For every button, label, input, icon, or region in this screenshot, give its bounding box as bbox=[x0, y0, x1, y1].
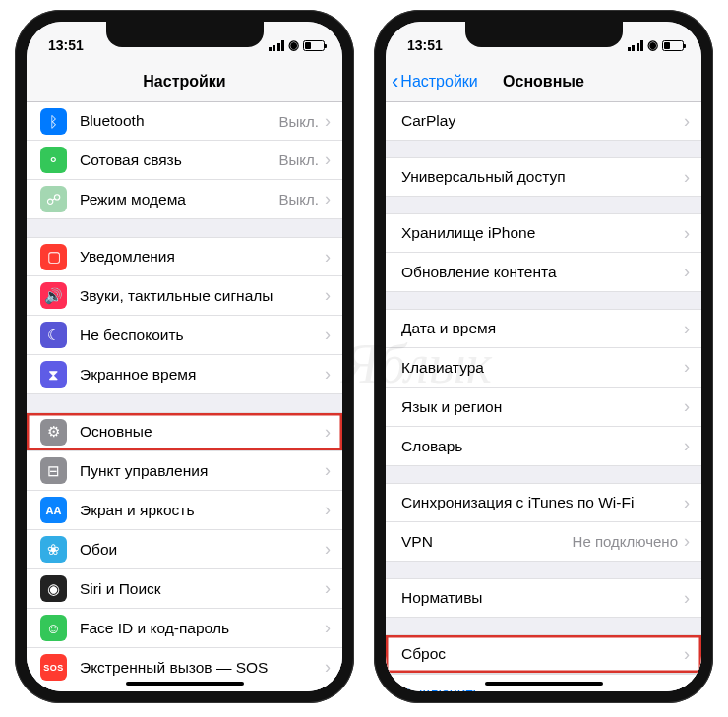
row-value: Выкл. bbox=[279, 113, 319, 130]
chevron-right-icon: › bbox=[325, 500, 331, 520]
display-icon: AA bbox=[40, 497, 67, 523]
phone-left: 13:51 ◉ Настройки ᛒBluetoothВыкл.›⚬Сотов… bbox=[15, 10, 354, 703]
row-label: Хранилище iPhone bbox=[401, 224, 684, 242]
status-time: 13:51 bbox=[407, 37, 443, 53]
settings-row[interactable]: CarPlay› bbox=[386, 102, 701, 141]
chevron-right-icon: › bbox=[325, 189, 331, 209]
chevron-right-icon: › bbox=[684, 493, 690, 513]
row-label: Нормативы bbox=[401, 589, 684, 607]
wifi-icon: ◉ bbox=[288, 38, 299, 51]
chevron-right-icon: › bbox=[325, 111, 331, 132]
siri-icon: ◉ bbox=[40, 575, 67, 602]
row-value: Не подключено bbox=[573, 533, 678, 550]
status-time: 13:51 bbox=[48, 37, 84, 53]
settings-list[interactable]: ᛒBluetoothВыкл.›⚬Сотовая связьВыкл.›☍Реж… bbox=[27, 102, 342, 691]
chevron-right-icon: › bbox=[684, 167, 690, 188]
chevron-right-icon: › bbox=[325, 422, 331, 443]
chevron-right-icon: › bbox=[684, 111, 690, 132]
home-indicator[interactable] bbox=[126, 682, 244, 687]
row-label: Обновление контента bbox=[401, 264, 684, 281]
chevron-right-icon: › bbox=[325, 325, 331, 345]
chevron-right-icon: › bbox=[325, 539, 331, 560]
signal-icon bbox=[269, 40, 285, 51]
settings-row[interactable]: ⊟Пункт управления› bbox=[27, 451, 342, 491]
settings-row[interactable]: ⚬Сотовая связьВыкл.› bbox=[27, 141, 342, 180]
navbar: ‹ Настройки Основные bbox=[386, 61, 701, 102]
chevron-right-icon: › bbox=[325, 657, 331, 678]
chevron-right-icon: › bbox=[684, 531, 690, 552]
row-label: Не беспокоить bbox=[80, 327, 325, 344]
navbar-title: Основные bbox=[503, 73, 584, 90]
chevron-right-icon: › bbox=[684, 436, 690, 456]
settings-row[interactable]: Словарь› bbox=[386, 427, 701, 466]
settings-row[interactable]: ⚙Основные› bbox=[27, 412, 342, 451]
settings-row[interactable]: ◉Siri и Поиск› bbox=[27, 569, 342, 609]
battery-icon bbox=[662, 40, 684, 51]
settings-row[interactable]: ▢Уведомления› bbox=[27, 237, 342, 276]
chevron-right-icon: › bbox=[325, 618, 331, 638]
settings-row[interactable]: ▮Аккумулятор› bbox=[27, 687, 342, 691]
settings-row[interactable]: ☺Face ID и код-пароль› bbox=[27, 609, 342, 648]
notifications-icon: ▢ bbox=[40, 244, 67, 270]
notch bbox=[106, 22, 264, 47]
row-label: Универсальный доступ bbox=[401, 168, 684, 186]
settings-row[interactable]: ☍Режим модемаВыкл.› bbox=[27, 180, 342, 219]
sos-icon: SOS bbox=[40, 654, 67, 681]
row-label: Словарь bbox=[401, 438, 684, 455]
row-label: Звуки, тактильные сигналы bbox=[80, 287, 325, 305]
settings-row[interactable]: ᛒBluetoothВыкл.› bbox=[27, 102, 342, 141]
settings-row[interactable]: Язык и регион› bbox=[386, 388, 701, 427]
phone-right: 13:51 ◉ ‹ Настройки Основные CarPlay›Уни… bbox=[374, 10, 713, 703]
general-list[interactable]: CarPlay›Универсальный доступ›Хранилище i… bbox=[386, 102, 701, 691]
settings-row[interactable]: Универсальный доступ› bbox=[386, 157, 701, 197]
row-label: Основные bbox=[80, 423, 325, 441]
settings-row[interactable]: ❀Обои› bbox=[27, 530, 342, 569]
settings-row[interactable]: Дата и время› bbox=[386, 309, 701, 348]
row-value: Выкл. bbox=[279, 151, 319, 168]
settings-row[interactable]: Хранилище iPhone› bbox=[386, 213, 701, 253]
settings-row[interactable]: Клавиатура› bbox=[386, 348, 701, 388]
wallpaper-icon: ❀ bbox=[40, 536, 67, 563]
home-indicator[interactable] bbox=[485, 682, 603, 687]
row-label: Пункт управления bbox=[80, 462, 325, 480]
chevron-right-icon: › bbox=[684, 588, 690, 609]
row-label: Режим модема bbox=[80, 191, 279, 209]
sounds-icon: 🔊 bbox=[40, 282, 67, 309]
settings-row[interactable]: ☾Не беспокоить› bbox=[27, 316, 342, 355]
settings-row[interactable]: Синхронизация с iTunes по Wi-Fi› bbox=[386, 483, 701, 522]
chevron-right-icon: › bbox=[325, 149, 331, 170]
navbar: Настройки bbox=[27, 61, 342, 102]
settings-row[interactable]: Нормативы› bbox=[386, 578, 701, 618]
row-label: Bluetooth bbox=[80, 112, 279, 130]
row-label: Синхронизация с iTunes по Wi-Fi bbox=[401, 494, 684, 511]
settings-row[interactable]: Обновление контента› bbox=[386, 253, 701, 292]
row-label: Сотовая связь bbox=[80, 151, 279, 169]
settings-row[interactable]: VPNНе подключено› bbox=[386, 522, 701, 562]
chevron-right-icon: › bbox=[684, 396, 690, 417]
row-label: Экран и яркость bbox=[80, 502, 325, 519]
faceid-icon: ☺ bbox=[40, 615, 67, 641]
settings-row[interactable]: 🔊Звуки, тактильные сигналы› bbox=[27, 276, 342, 316]
settings-row[interactable]: AAЭкран и яркость› bbox=[27, 491, 342, 530]
navbar-title: Настройки bbox=[143, 73, 225, 90]
dnd-icon: ☾ bbox=[40, 322, 67, 348]
screentime-icon: ⧗ bbox=[40, 361, 67, 388]
chevron-right-icon: › bbox=[325, 578, 331, 599]
row-label: Экстренный вызов — SOS bbox=[80, 659, 325, 677]
cellular-icon: ⚬ bbox=[40, 147, 67, 173]
row-label: Siri и Поиск bbox=[80, 580, 325, 598]
battery-icon bbox=[303, 40, 325, 51]
chevron-right-icon: › bbox=[684, 223, 690, 244]
row-label: Face ID и код-пароль bbox=[80, 620, 325, 637]
row-label: Выключить bbox=[401, 685, 690, 691]
settings-row[interactable]: Сброс› bbox=[386, 634, 701, 674]
settings-row[interactable]: ⧗Экранное время› bbox=[27, 355, 342, 394]
control-center-icon: ⊟ bbox=[40, 457, 67, 484]
row-label: Обои bbox=[80, 541, 325, 559]
back-button[interactable]: ‹ Настройки bbox=[392, 61, 478, 101]
row-label: Уведомления bbox=[80, 248, 325, 266]
row-value: Выкл. bbox=[279, 191, 319, 208]
chevron-left-icon: ‹ bbox=[392, 71, 398, 92]
bluetooth-icon: ᛒ bbox=[40, 108, 67, 135]
row-label: VPN bbox=[401, 533, 573, 551]
